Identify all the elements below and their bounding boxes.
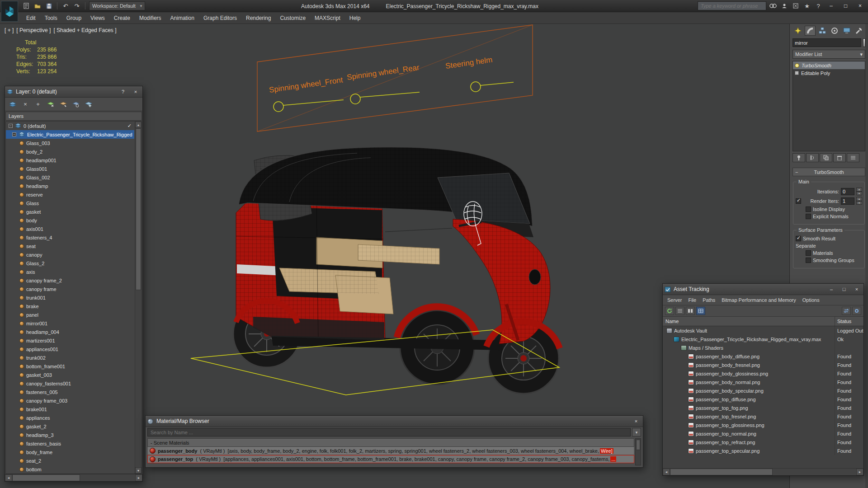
help-button[interactable]: ?: [118, 88, 128, 96]
menu-item[interactable]: Graph Editors: [199, 15, 241, 21]
status-column-header[interactable]: Status: [835, 317, 863, 326]
modifier-enabled-bulb-icon[interactable]: [795, 63, 799, 68]
layer-object-row[interactable]: martizers001: [6, 336, 134, 345]
material-row-passenger-top[interactable]: passenger_top( VRayMtl )[appliances, app…: [147, 455, 634, 463]
name-column-header[interactable]: Name: [663, 317, 835, 326]
material-search-input[interactable]: [147, 428, 631, 436]
layer-object-row[interactable]: canopy: [6, 250, 134, 259]
columns-view-icon[interactable]: [686, 307, 695, 315]
asset-row[interactable]: passenger_top_fog.png Found: [663, 404, 863, 412]
material-browser-titlebar[interactable]: Material/Map Browser ×: [146, 416, 643, 427]
asset-row[interactable]: Autodesk Vault Logged Out: [663, 326, 863, 335]
layer-object-row[interactable]: fasteners_4: [6, 233, 134, 242]
configure-modifier-sets-button[interactable]: [847, 153, 859, 162]
asset-table-hscrollbar[interactable]: ◄ ►: [663, 468, 863, 475]
set-current-layer-icon[interactable]: [58, 100, 68, 109]
menu-item[interactable]: Rendering: [241, 15, 275, 21]
layer-row-default[interactable]: − 0 (default) ✓: [6, 122, 134, 130]
pin-stack-button[interactable]: [793, 153, 805, 162]
layer-row-selected[interactable]: − Electric_Passenger_Tricycle_Rickshaw_R…: [6, 130, 134, 139]
layer-object-row[interactable]: headlamp001: [6, 156, 134, 164]
asset-row[interactable]: passenger_body_diffuse.png Found: [663, 352, 863, 361]
options-icon[interactable]: [852, 307, 861, 315]
motion-tab[interactable]: [829, 26, 840, 36]
scroll-left-icon[interactable]: ◄: [5, 474, 12, 481]
display-tab[interactable]: [841, 26, 852, 36]
layer-object-row[interactable]: appliances: [6, 413, 134, 422]
save-file-icon[interactable]: [44, 1, 53, 10]
refresh-icon[interactable]: [665, 307, 674, 315]
render-iters-spinner[interactable]: ▲ ▼: [856, 197, 862, 205]
modify-tab[interactable]: [805, 26, 816, 36]
maximize-button[interactable]: □: [839, 285, 849, 293]
utilities-tab[interactable]: [854, 26, 864, 36]
table-view-icon[interactable]: [696, 307, 705, 315]
scroll-thumb[interactable]: [636, 440, 640, 450]
sync-paths-icon[interactable]: [842, 307, 851, 315]
layer-object-row[interactable]: body_frame: [6, 448, 134, 456]
iterations-field[interactable]: 0: [841, 188, 854, 195]
close-button[interactable]: ×: [131, 88, 141, 96]
layer-object-row[interactable]: brake: [6, 302, 134, 310]
menu-item[interactable]: Help: [345, 15, 365, 21]
maximize-button[interactable]: □: [840, 1, 852, 10]
favorites-star-icon[interactable]: ★: [802, 1, 811, 10]
layer-object-row[interactable]: headlamp_004: [6, 328, 134, 336]
render-iters-field[interactable]: 1: [841, 197, 854, 205]
layer-object-row[interactable]: canopy_fasterns001: [6, 379, 134, 388]
scroll-right-icon[interactable]: ►: [856, 469, 863, 475]
expander-icon[interactable]: −: [12, 132, 16, 136]
menu-item[interactable]: Customize: [275, 15, 310, 21]
layer-object-row[interactable]: appliances001: [6, 345, 134, 353]
close-button[interactable]: ×: [852, 285, 862, 293]
menu-item[interactable]: Options: [800, 297, 822, 303]
layer-object-row[interactable]: canopy frame_003: [6, 396, 134, 405]
menu-item[interactable]: Animation: [166, 15, 199, 21]
browser-options-button[interactable]: ▾: [632, 428, 641, 436]
layer-object-row[interactable]: bottom: [6, 465, 134, 474]
layer-object-row[interactable]: Glass_2: [6, 259, 134, 267]
spinner-down-icon[interactable]: ▼: [856, 192, 862, 196]
redo-icon[interactable]: ↷: [72, 1, 81, 10]
asset-row[interactable]: passenger_body_glossiness.png Found: [663, 369, 863, 378]
asset-row[interactable]: passenger_top_normal.png Found: [663, 429, 863, 438]
layer-object-row[interactable]: canopy frame: [6, 285, 134, 293]
scroll-thumb[interactable]: [12, 474, 80, 481]
menu-item[interactable]: Group: [62, 15, 86, 21]
layer-object-row[interactable]: bottom_frame001: [6, 362, 134, 371]
layer-object-row[interactable]: gasket: [6, 207, 134, 216]
create-tab[interactable]: [793, 26, 803, 36]
undo-icon[interactable]: ↶: [61, 1, 70, 10]
layer-object-row[interactable]: body: [6, 216, 134, 225]
app-logo-icon[interactable]: [1, 1, 18, 22]
scene-materials-section-header[interactable]: - Scene Materials: [147, 438, 634, 447]
close-button[interactable]: ×: [854, 1, 866, 10]
spinner-down-icon[interactable]: ▼: [856, 201, 862, 205]
iterations-spinner[interactable]: ▲ ▼: [856, 188, 862, 195]
menu-item[interactable]: Create: [109, 15, 135, 21]
menu-item[interactable]: Tools: [40, 15, 62, 21]
expander-icon[interactable]: −: [9, 124, 13, 128]
asset-row[interactable]: passenger_top_specular.png Found: [663, 446, 863, 455]
material-row-passenger-body[interactable]: passenger_body( VRayMtl )[axis, body, bo…: [147, 447, 634, 455]
spinner-up-icon[interactable]: ▲: [856, 197, 862, 201]
open-file-icon[interactable]: [33, 1, 42, 10]
menu-item[interactable]: MAXScript: [310, 15, 345, 21]
minimize-button[interactable]: –: [825, 1, 837, 10]
layer-list-vscrollbar[interactable]: ▲ ▼: [135, 122, 142, 474]
workspace-dropdown[interactable]: Workspace: Default ▾: [89, 1, 145, 10]
modifier-stack-item-turbosmooth[interactable]: TurboSmooth: [793, 61, 865, 69]
smooth-result-checkbox[interactable]: [796, 236, 801, 241]
create-layer-icon[interactable]: [8, 100, 18, 109]
viewport-menu-plus[interactable]: [ + ]: [5, 27, 14, 33]
material-list-vscrollbar[interactable]: [635, 438, 641, 465]
modifier-list-dropdown[interactable]: Modifier List ▾: [793, 50, 865, 59]
layer-object-row[interactable]: fasteners_basis: [6, 439, 134, 448]
menu-item[interactable]: Bitmap Performance and Memory: [719, 297, 798, 303]
viewport-menu-view[interactable]: [ Perspective ]: [16, 27, 51, 33]
asset-row[interactable]: passenger_top_glossiness.png Found: [663, 421, 863, 429]
layers-column-header[interactable]: Layers: [5, 112, 142, 121]
layer-object-row[interactable]: brake001: [6, 405, 134, 413]
exchange-apps-icon[interactable]: [791, 1, 800, 10]
scroll-left-icon[interactable]: ◄: [663, 469, 670, 475]
